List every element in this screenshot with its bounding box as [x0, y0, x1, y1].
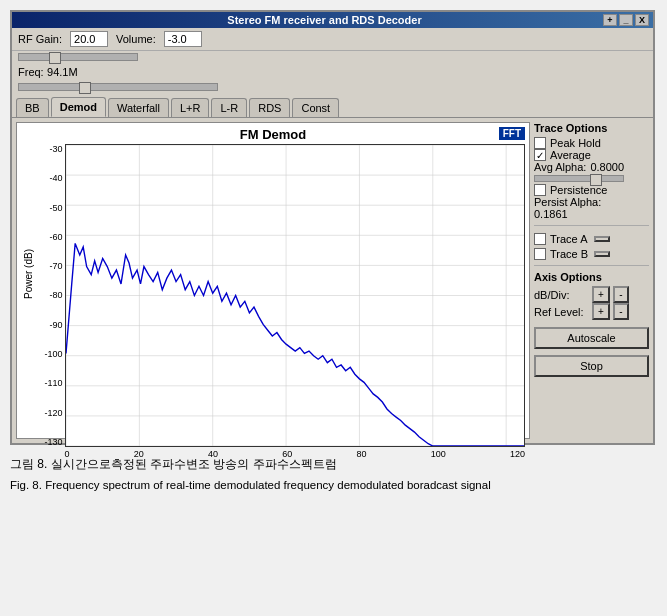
tab-lpr[interactable]: L+R [171, 98, 210, 117]
chart-container: FM Demod FFT Power (dB) -30 -40 -50 [16, 122, 530, 439]
caption-english: Fig. 8. Frequency spectrum of real-time … [10, 477, 657, 493]
db-div-row: dB/Div: + - [534, 286, 649, 303]
title-bar-buttons: + _ X [603, 14, 649, 26]
trace-a-button[interactable] [594, 236, 610, 242]
average-row: ✓ Average [534, 149, 649, 161]
right-panel: Trace Options Peak Hold ✓ Average Avg Al… [534, 122, 649, 439]
title-bar: Stereo FM receiver and RDS Decoder + _ X [12, 12, 653, 28]
persist-alpha-row: Persist Alpha: [534, 196, 649, 208]
minimize-button[interactable]: + [603, 14, 617, 26]
close-button[interactable]: X [635, 14, 649, 26]
rf-gain-input[interactable] [70, 31, 108, 47]
x-axis-ticks: 0 20 40 60 80 100 120 [65, 449, 526, 459]
y-axis-label: Power (dB) [21, 144, 37, 404]
divider2 [534, 265, 649, 266]
freq-value: 94.1M [47, 66, 78, 78]
chart-plot [65, 144, 526, 447]
peak-hold-label: Peak Hold [550, 137, 601, 149]
persist-alpha-label: Persist Alpha: [534, 196, 601, 208]
trace-options: Trace Options Peak Hold ✓ Average Avg Al… [534, 122, 649, 220]
average-checkbox[interactable]: ✓ [534, 149, 546, 161]
chart-inner: Power (dB) -30 -40 -50 -60 -70 -80 [17, 144, 529, 424]
trace-b-label: Trace B [550, 248, 588, 260]
tab-rds[interactable]: RDS [249, 98, 290, 117]
avg-alpha-value: 0.8000 [590, 161, 624, 173]
y-axis-ticks: -30 -40 -50 -60 -70 -80 -90 -100 -110 -1… [37, 144, 65, 447]
volume-slider[interactable] [18, 53, 138, 61]
fft-badge: FFT [499, 127, 525, 140]
chart-svg [66, 145, 525, 446]
tab-lmr[interactable]: L-R [211, 98, 247, 117]
rf-gain-label: RF Gain: [18, 33, 62, 45]
ref-level-minus[interactable]: - [613, 303, 629, 320]
app-window: Stereo FM receiver and RDS Decoder + _ X… [10, 10, 655, 445]
chart-title: FM Demod [17, 123, 529, 144]
db-div-label: dB/Div: [534, 289, 589, 301]
peak-hold-row: Peak Hold [534, 137, 649, 149]
db-div-minus[interactable]: - [613, 286, 629, 303]
freq-slider-row [12, 81, 653, 93]
ref-level-plus[interactable]: + [592, 303, 610, 320]
avg-alpha-label: Avg Alpha: [534, 161, 586, 173]
volume-input[interactable] [164, 31, 202, 47]
toolbar: RF Gain: Volume: [12, 28, 653, 51]
trace-b-checkbox[interactable] [534, 248, 546, 260]
volume-label: Volume: [116, 33, 156, 45]
freq-label: Freq: [18, 66, 44, 78]
persist-alpha-value: 0.1861 [534, 208, 568, 220]
persistence-checkbox[interactable] [534, 184, 546, 196]
axis-options-title: Axis Options [534, 271, 649, 283]
avg-alpha-slider[interactable] [534, 175, 624, 182]
maximize-button[interactable]: _ [619, 14, 633, 26]
trace-a-label: Trace A [550, 233, 588, 245]
axis-options: Axis Options dB/Div: + - Ref Level: + - [534, 271, 649, 320]
tab-bb[interactable]: BB [16, 98, 49, 117]
main-content: FM Demod FFT Power (dB) -30 -40 -50 [12, 117, 653, 443]
freq-slider[interactable] [18, 83, 218, 91]
window-title: Stereo FM receiver and RDS Decoder [46, 14, 603, 26]
freq-row: Freq: 94.1M [12, 63, 653, 81]
trace-b-row: Trace B [534, 248, 649, 260]
autoscale-button[interactable]: Autoscale [534, 327, 649, 349]
trace-a-checkbox[interactable] [534, 233, 546, 245]
ref-level-label: Ref Level: [534, 306, 589, 318]
trace-a-row: Trace A [534, 233, 649, 245]
trace-options-title: Trace Options [534, 122, 649, 134]
slider-row [12, 51, 653, 63]
tab-demod[interactable]: Demod [51, 97, 106, 117]
persist-alpha-value-row: 0.1861 [534, 208, 649, 220]
tabs-row: BB Demod Waterfall L+R L-R RDS Const [12, 93, 653, 117]
peak-hold-checkbox[interactable] [534, 137, 546, 149]
trace-b-button[interactable] [594, 251, 610, 257]
tab-waterfall[interactable]: Waterfall [108, 98, 169, 117]
db-div-plus[interactable]: + [592, 286, 610, 303]
stop-button[interactable]: Stop [534, 355, 649, 377]
tab-const[interactable]: Const [292, 98, 339, 117]
ref-level-row: Ref Level: + - [534, 303, 649, 320]
divider1 [534, 225, 649, 226]
average-label: Average [550, 149, 591, 161]
avg-alpha-row: Avg Alpha: 0.8000 [534, 161, 649, 173]
